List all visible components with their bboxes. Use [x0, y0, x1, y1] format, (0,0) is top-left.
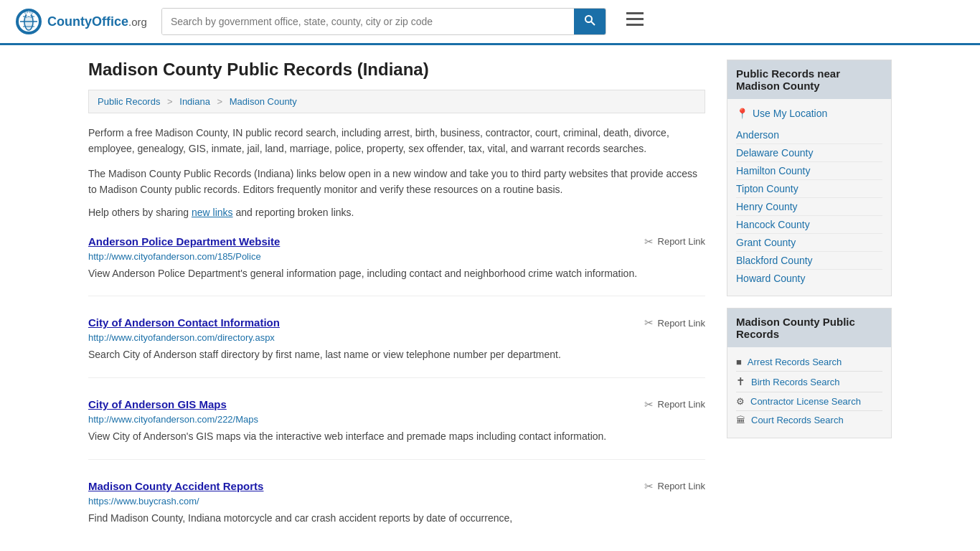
- madison-records-section: Madison County Public Records ■ Arrest R…: [727, 308, 892, 438]
- record-url-3: http://www.cityofanderson.com/222/Maps: [88, 414, 705, 425]
- report-link-button-2[interactable]: ✂ Report Link: [644, 316, 705, 329]
- sidebar-link-anderson[interactable]: Anderson: [736, 126, 882, 144]
- nearby-section-header: Public Records near Madison County: [727, 60, 891, 99]
- sidebar-link-grant-county[interactable]: Grant County: [736, 234, 882, 252]
- use-my-location-link[interactable]: Use My Location: [753, 108, 827, 119]
- search-button[interactable]: [574, 9, 606, 34]
- search-icon: [584, 14, 595, 26]
- report-link-button-1[interactable]: ✂ Report Link: [644, 235, 705, 248]
- share-text: Help others by sharing new links and rep…: [88, 207, 705, 218]
- nearby-section: Public Records near Madison County 📍 Use…: [727, 60, 892, 296]
- main-layout: Madison County Public Records (Indiana) …: [74, 45, 906, 551]
- breadcrumb-sep-1: >: [167, 96, 173, 107]
- sidebar-record-birth: ✝ Birth Records Search: [736, 372, 882, 392]
- record-header: Madison County Accident Reports ✂ Report…: [88, 480, 705, 493]
- sidebar-birth-link[interactable]: Birth Records Search: [751, 377, 840, 387]
- nearby-section-body: 📍 Use My Location Anderson Delaware Coun…: [727, 99, 891, 296]
- links-text: The Madison County Public Records (India…: [88, 166, 705, 198]
- search-bar: [161, 8, 606, 35]
- record-header: Anderson Police Department Website ✂ Rep…: [88, 235, 705, 248]
- svg-line-7: [591, 22, 595, 25]
- report-icon-1: ✂: [644, 235, 654, 248]
- intro-text: Perform a free Madison County, IN public…: [88, 125, 705, 157]
- breadcrumb-public-records[interactable]: Public Records: [98, 96, 160, 107]
- record-desc-1: View Anderson Police Department's genera…: [88, 266, 705, 282]
- sidebar-link-hancock-county[interactable]: Hancock County: [736, 216, 882, 234]
- contractor-icon: ⚙: [736, 396, 745, 407]
- court-icon: 🏛: [736, 415, 745, 425]
- svg-point-6: [585, 16, 592, 22]
- record-title: Anderson Police Department Website: [88, 235, 280, 248]
- arrest-icon: ■: [736, 357, 742, 367]
- breadcrumb-indiana[interactable]: Indiana: [179, 96, 210, 107]
- sidebar-link-blackford-county[interactable]: Blackford County: [736, 252, 882, 270]
- sidebar: Public Records near Madison County 📍 Use…: [727, 60, 892, 551]
- svg-rect-10: [626, 24, 644, 26]
- sidebar-link-delaware-county[interactable]: Delaware County: [736, 144, 882, 162]
- sidebar-contractor-link[interactable]: Contractor License Search: [750, 396, 861, 407]
- record-title: Madison County Accident Reports: [88, 480, 263, 492]
- record-header: City of Anderson GIS Maps ✂ Report Link: [88, 398, 705, 411]
- site-header: CountyOffice.org: [0, 0, 980, 45]
- birth-icon: ✝: [736, 375, 745, 388]
- sidebar-court-link[interactable]: Court Records Search: [751, 415, 844, 425]
- record-url-1: http://www.cityofanderson.com/185/Police: [88, 251, 705, 262]
- breadcrumb-sep-2: >: [217, 96, 223, 107]
- svg-rect-9: [626, 18, 644, 20]
- madison-records-body: ■ Arrest Records Search ✝ Birth Records …: [727, 347, 891, 438]
- report-link-button-3[interactable]: ✂ Report Link: [644, 398, 705, 411]
- record-title: City of Anderson GIS Maps: [88, 398, 227, 410]
- logo-text: CountyOffice.org: [47, 14, 147, 29]
- breadcrumb: Public Records > Indiana > Madison Count…: [88, 90, 705, 113]
- records-list: Anderson Police Department Website ✂ Rep…: [88, 235, 705, 541]
- main-content: Madison County Public Records (Indiana) …: [88, 60, 705, 551]
- location-pin-icon: 📍: [736, 108, 748, 119]
- record-item: Anderson Police Department Website ✂ Rep…: [88, 235, 705, 297]
- record-link-1[interactable]: Anderson Police Department Website: [88, 235, 280, 248]
- hamburger-menu-button[interactable]: [621, 9, 649, 34]
- record-link-3[interactable]: City of Anderson GIS Maps: [88, 398, 227, 410]
- record-header: City of Anderson Contact Information ✂ R…: [88, 316, 705, 329]
- report-icon-3: ✂: [644, 398, 654, 411]
- report-icon-4: ✂: [644, 480, 654, 493]
- record-desc-2: Search City of Anderson staff directory …: [88, 347, 705, 363]
- record-item: City of Anderson GIS Maps ✂ Report Link …: [88, 398, 705, 460]
- record-url-2: http://www.cityofanderson.com/directory.…: [88, 332, 705, 343]
- sidebar-link-howard-county[interactable]: Howard County: [736, 270, 882, 287]
- record-link-2[interactable]: City of Anderson Contact Information: [88, 316, 280, 329]
- svg-rect-8: [626, 12, 644, 14]
- record-desc-3: View City of Anderson's GIS maps via the…: [88, 429, 705, 445]
- record-url-4: https://www.buycrash.com/: [88, 496, 705, 507]
- breadcrumb-madison-county[interactable]: Madison County: [230, 96, 297, 107]
- use-my-location-row: 📍 Use My Location: [736, 108, 882, 119]
- sidebar-arrest-link[interactable]: Arrest Records Search: [748, 357, 842, 367]
- sidebar-record-contractor: ⚙ Contractor License Search: [736, 392, 882, 411]
- page-title: Madison County Public Records (Indiana): [88, 60, 705, 80]
- madison-records-header: Madison County Public Records: [727, 309, 891, 347]
- record-link-4[interactable]: Madison County Accident Reports: [88, 480, 263, 492]
- sidebar-link-tipton-county[interactable]: Tipton County: [736, 180, 882, 198]
- report-link-button-4[interactable]: ✂ Report Link: [644, 480, 705, 493]
- sidebar-link-hamilton-county[interactable]: Hamilton County: [736, 162, 882, 180]
- sidebar-record-arrest: ■ Arrest Records Search: [736, 353, 882, 372]
- new-links-link[interactable]: new links: [192, 207, 233, 218]
- search-input[interactable]: [162, 9, 574, 34]
- record-desc-4: Find Madison County, Indiana motorcycle …: [88, 511, 705, 527]
- report-icon-2: ✂: [644, 316, 654, 329]
- record-item: Madison County Accident Reports ✂ Report…: [88, 480, 705, 541]
- site-logo[interactable]: CountyOffice.org: [14, 7, 147, 36]
- sidebar-record-court: 🏛 Court Records Search: [736, 411, 882, 429]
- sidebar-link-henry-county[interactable]: Henry County: [736, 198, 882, 216]
- logo-icon: [14, 7, 43, 36]
- hamburger-icon: [626, 12, 644, 27]
- record-title: City of Anderson Contact Information: [88, 316, 280, 329]
- record-item: City of Anderson Contact Information ✂ R…: [88, 316, 705, 378]
